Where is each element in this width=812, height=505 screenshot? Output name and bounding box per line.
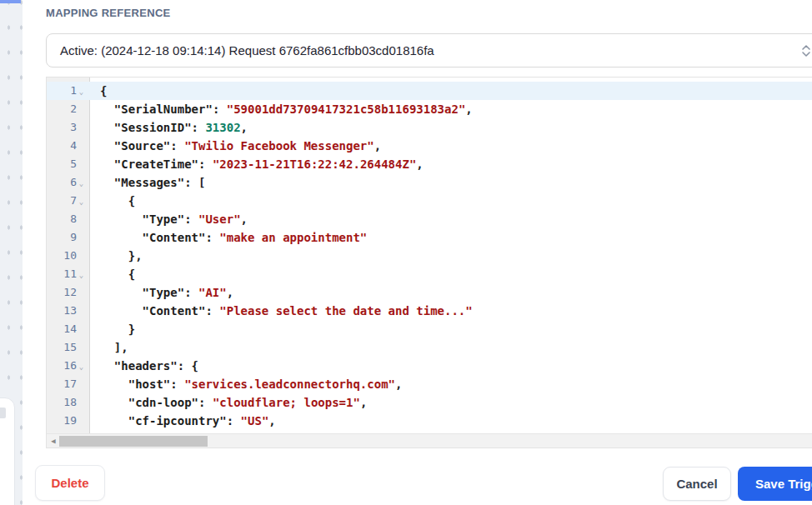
code-text: "Content": "make an appointment" <box>91 228 367 247</box>
json-punctuation <box>100 212 143 226</box>
horizontal-scrollbar[interactable]: ◀ ▶ <box>47 433 812 448</box>
json-key: "Messages" <box>114 176 184 189</box>
line-number: 11⌄ <box>47 265 91 283</box>
json-punctuation: : <box>198 158 213 171</box>
editor-lines: 1⌄{2 "SerialNumber": "59001dd73709417321… <box>47 82 812 448</box>
code-line[interactable]: 10 }, <box>47 247 812 265</box>
code-text: "host": "services.leadconnectorhq.com", <box>91 375 402 393</box>
code-line[interactable]: 7⌄ { <box>47 192 812 210</box>
json-punctuation <box>100 359 114 372</box>
fold-toggle-icon[interactable]: ⌄ <box>77 358 86 376</box>
request-select-value: Active: (2024-12-18 09:14:14) Request 67… <box>60 43 434 58</box>
json-editor[interactable]: 1⌄{2 "SerialNumber": "59001dd73709417321… <box>46 77 812 448</box>
json-punctuation: : <box>205 231 219 244</box>
code-line[interactable]: 11⌄ { <box>47 265 812 283</box>
code-text: "SerialNumber": "59001dd73709417321c58b1… <box>91 100 473 118</box>
line-number-text: 2 <box>47 100 77 118</box>
json-string: "Twilio Facebook Messenger" <box>184 139 374 152</box>
fold-toggle-icon[interactable]: ⌄ <box>77 174 86 192</box>
code-line[interactable]: 4 "Source": "Twilio Facebook Messenger", <box>47 137 812 155</box>
json-punctuation: : [ <box>184 176 205 189</box>
code-line[interactable]: 14 } <box>47 320 812 338</box>
json-key: "Content" <box>143 231 206 244</box>
fold-toggle-icon[interactable]: ⌄ <box>77 192 86 211</box>
code-text: { <box>91 265 135 283</box>
json-key: "cf-ipcountry" <box>128 414 227 428</box>
line-number: 18 <box>47 393 91 412</box>
json-punctuation: , <box>374 139 381 152</box>
code-line[interactable]: 19 "cf-ipcountry": "US", <box>47 412 812 430</box>
line-number-text: 9 <box>47 228 77 247</box>
code-text: ], <box>91 338 128 357</box>
code-text: "Source": "Twilio Facebook Messenger", <box>91 137 381 155</box>
json-punctuation: : <box>192 121 206 134</box>
fold-toggle-icon[interactable]: ⌄ <box>77 82 86 101</box>
json-key: "host" <box>128 378 171 391</box>
json-punctuation <box>100 176 114 189</box>
json-key: "Type" <box>143 286 185 299</box>
code-line[interactable]: 6⌄ "Messages": [ <box>47 173 812 192</box>
json-punctuation: ], <box>100 341 128 354</box>
json-punctuation <box>100 158 114 171</box>
code-line[interactable]: 8 "Type": "User", <box>47 210 812 228</box>
line-number-text: 14 <box>47 320 77 338</box>
code-line[interactable]: 17 "host": "services.leadconnectorhq.com… <box>47 375 812 393</box>
line-number: 15 <box>47 338 91 357</box>
json-string: "AI" <box>198 286 227 299</box>
code-text: "CreateTime": "2023-11-21T16:22:42.26448… <box>91 155 424 173</box>
json-key: "SessionID" <box>114 121 192 134</box>
save-trigger-button[interactable]: Save Trigger <box>738 467 812 501</box>
code-text: "Content": "Please select the date and t… <box>91 302 473 320</box>
json-key: "headers" <box>114 359 178 372</box>
code-line[interactable]: 18 "cdn-loop": "cloudflare; loops=1", <box>47 393 812 412</box>
json-key: "CreateTime" <box>114 158 198 171</box>
code-line[interactable]: 1⌄{ <box>47 82 812 100</box>
fold-toggle-icon[interactable]: ⌄ <box>77 266 86 284</box>
code-line[interactable]: 9 "Content": "make an appointment" <box>47 228 812 247</box>
code-text: "Messages": [ <box>91 173 205 192</box>
code-text: } <box>91 320 135 338</box>
code-line[interactable]: 12 "Type": "AI", <box>47 283 812 302</box>
json-punctuation: , <box>227 286 233 299</box>
json-string: "US" <box>241 414 269 428</box>
line-number: 13 <box>47 302 91 320</box>
select-unfold-icon[interactable] <box>800 42 812 59</box>
json-key: "Type" <box>143 212 185 226</box>
json-string: "2023-11-21T16:22:42.264484Z" <box>213 158 416 171</box>
line-number-text: 17 <box>47 375 77 393</box>
line-number: 2 <box>47 100 91 118</box>
line-number: 19 <box>47 412 91 430</box>
code-text: "Type": "User", <box>91 210 248 228</box>
json-punctuation: , <box>241 121 248 134</box>
json-punctuation: } <box>100 322 135 336</box>
delete-button[interactable]: Delete <box>35 465 105 501</box>
code-line[interactable]: 3 "SessionID": 31302, <box>47 118 812 137</box>
code-line[interactable]: 2 "SerialNumber": "59001dd73709417321c58… <box>47 100 812 118</box>
line-number: 8 <box>47 210 91 228</box>
code-line[interactable]: 5 "CreateTime": "2023-11-21T16:22:42.264… <box>47 155 812 173</box>
request-select[interactable]: Active: (2024-12-18 09:14:14) Request 67… <box>46 33 812 68</box>
json-punctuation <box>100 304 143 318</box>
json-punctuation: : <box>184 286 198 299</box>
json-punctuation <box>100 231 143 244</box>
json-punctuation <box>100 396 128 409</box>
line-number-text: 7 <box>47 192 77 210</box>
line-number-text: 13 <box>47 302 77 320</box>
line-number-text: 3 <box>47 118 77 137</box>
line-number-text: 18 <box>47 393 77 412</box>
line-number-text: 1 <box>47 82 77 100</box>
code-line[interactable]: 16⌄ "headers": { <box>47 357 812 375</box>
scrollbar-thumb[interactable] <box>59 436 208 447</box>
code-text: { <box>91 192 135 210</box>
line-number-text: 11 <box>47 265 77 283</box>
json-punctuation <box>100 286 143 299</box>
json-string: "User" <box>198 212 241 226</box>
code-line[interactable]: 13 "Content": "Please select the date an… <box>47 302 812 320</box>
line-number: 17 <box>47 375 91 393</box>
line-number: 6⌄ <box>47 173 91 192</box>
cancel-button[interactable]: Cancel <box>663 467 731 501</box>
code-line[interactable]: 15 ], <box>47 338 812 357</box>
code-text: "Type": "AI", <box>91 283 233 302</box>
scroll-left-arrow-icon[interactable]: ◀ <box>48 434 59 448</box>
line-number: 16⌄ <box>47 357 91 375</box>
